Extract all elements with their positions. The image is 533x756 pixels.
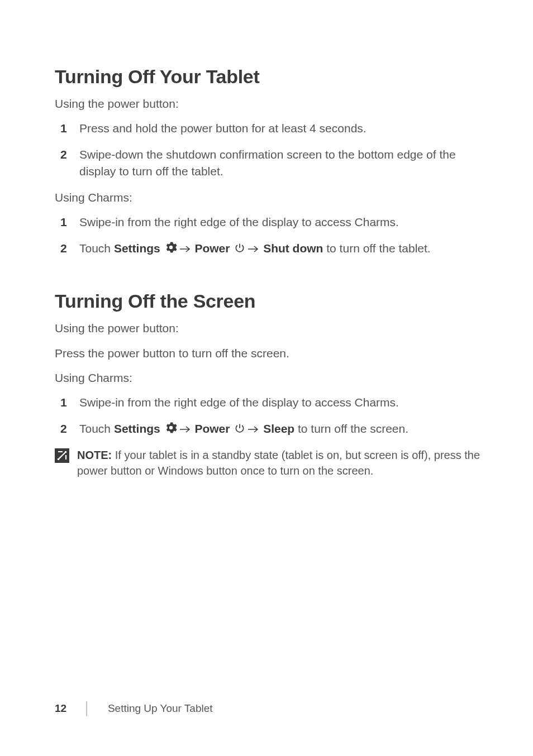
list-charms-1: 1 Swipe-in from the right edge of the di… [55,214,482,258]
chapter-title: Setting Up Your Tablet [108,702,213,715]
power-label: Power [194,422,230,435]
list-item: 1 Swipe-in from the right edge of the di… [55,394,482,411]
list-text-suffix: to turn off the tablet. [323,242,430,255]
list-item: 1 Press and hold the power button for at… [55,120,482,137]
shutdown-label: Shut down [263,242,323,255]
list-number: 1 [60,214,67,231]
para-press-power: Press the power button to turn off the s… [55,345,482,362]
list-text: Swipe-in from the right edge of the disp… [79,216,399,228]
list-number: 1 [60,394,67,411]
heading-turning-off-tablet: Turning Off Your Tablet [55,66,482,88]
list-number: 2 [60,146,67,163]
note-block: NOTE: If your tablet is in a standby sta… [55,447,482,479]
list-number: 2 [60,240,67,257]
page-content: Turning Off Your Tablet Using the power … [0,0,533,479]
heading-turning-off-screen: Turning Off the Screen [55,290,482,312]
gear-icon [165,422,177,438]
intro-power-button-2: Using the power button: [55,320,482,337]
settings-label: Settings [114,242,160,255]
arrow-icon [179,241,191,257]
list-item: 2 Touch Settings Power Shut down to turn… [55,240,482,258]
list-power-button-1: 1 Press and hold the power button for at… [55,120,482,180]
power-icon [234,241,245,258]
list-text: Swipe-down the shutdown confirmation scr… [79,148,456,178]
intro-charms-1: Using Charms: [55,189,482,206]
list-text-prefix: Touch [79,242,114,255]
note-label: NOTE: [77,449,112,461]
page-number: 12 [55,702,66,715]
note-icon [55,448,69,463]
list-item: 2 Touch Settings Power Sleep to turn off… [55,420,482,438]
page-footer: 12 │ Setting Up Your Tablet [55,701,213,716]
power-icon [234,422,245,438]
list-text: Swipe-in from the right edge of the disp… [79,396,399,409]
intro-charms-2: Using Charms: [55,370,482,386]
sleep-label: Sleep [263,422,294,435]
arrow-icon [248,421,259,438]
list-number: 2 [60,420,67,437]
list-item: 2 Swipe-down the shutdown confirmation s… [55,146,482,180]
list-number: 1 [60,120,67,137]
power-label: Power [194,242,230,255]
settings-label: Settings [114,422,160,435]
footer-separator: │ [83,701,91,716]
note-text: NOTE: If your tablet is in a standby sta… [77,447,482,479]
note-body: If your tablet is in a standby state (ta… [77,449,480,477]
list-text: Press and hold the power button for at l… [79,122,367,135]
list-text-suffix: to turn off the screen. [294,422,408,435]
list-item: 1 Swipe-in from the right edge of the di… [55,214,482,231]
arrow-icon [248,241,259,257]
list-charms-2: 1 Swipe-in from the right edge of the di… [55,394,482,438]
arrow-icon [179,421,191,438]
intro-power-button-1: Using the power button: [55,95,482,112]
list-text-prefix: Touch [79,422,114,435]
gear-icon [165,241,177,258]
